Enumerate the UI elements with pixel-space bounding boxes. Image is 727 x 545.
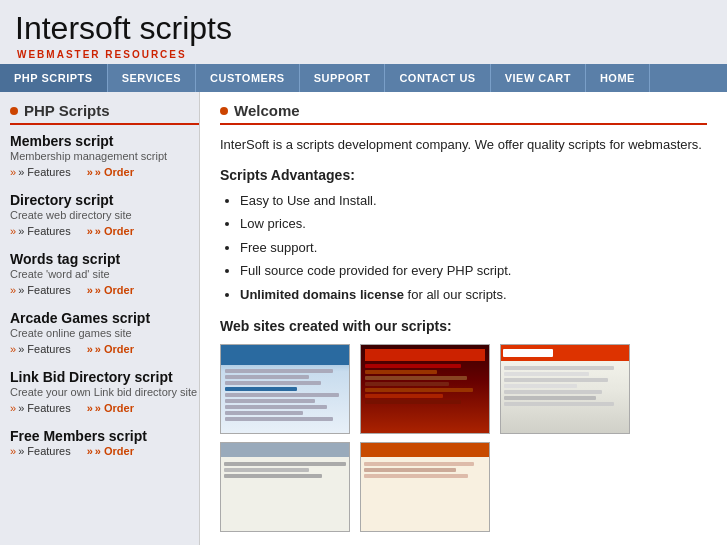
nav-item-contact-us[interactable]: CONTACT US <box>385 64 490 92</box>
advantages-list: Easy to Use and Install.Low prices.Free … <box>220 191 707 305</box>
script-links: » Features » Order <box>10 343 199 355</box>
thumbnails-row-2 <box>220 442 707 532</box>
order-link[interactable]: » Order <box>87 166 134 178</box>
thumb-5 <box>360 442 490 532</box>
features-link[interactable]: » Features <box>10 402 71 414</box>
order-link[interactable]: » Order <box>87 445 134 457</box>
site-title: Intersoft scripts <box>15 10 712 47</box>
features-link[interactable]: » Features <box>10 445 71 457</box>
script-item: Directory script Create web directory si… <box>10 192 199 237</box>
advantage-item: Easy to Use and Install. <box>240 191 707 211</box>
nav-item-customers[interactable]: CUSTOMERS <box>196 64 300 92</box>
script-desc: Create your own Link bid directory site <box>10 386 199 398</box>
intro-content: InterSoft is a scripts development compa… <box>220 137 702 152</box>
advantage-item: Unlimited domains license for all our sc… <box>240 285 707 305</box>
order-link[interactable]: » Order <box>87 343 134 355</box>
advantage-item: Full source code provided for every PHP … <box>240 261 707 281</box>
advantages-heading: Scripts Advantages: <box>220 167 707 183</box>
advantage-item: Low prices. <box>240 214 707 234</box>
script-links: » Features » Order <box>10 284 199 296</box>
thumb-3 <box>500 344 630 434</box>
navbar: PHP SCRIPTSSERVICESCUSTOMERSSUPPORTCONTA… <box>0 64 727 92</box>
nav-item-php-scripts[interactable]: PHP SCRIPTS <box>0 64 108 92</box>
script-item: Link Bid Directory script Create your ow… <box>10 369 199 414</box>
script-item: Free Members script » Features » Order <box>10 428 199 457</box>
thumb-4 <box>220 442 350 532</box>
thumbnails-row <box>220 344 707 434</box>
script-desc: Membership management script <box>10 150 199 162</box>
tagline: WEBMASTER RESOURCES <box>17 49 712 60</box>
script-name: Directory script <box>10 192 199 208</box>
script-links: » Features » Order <box>10 225 199 237</box>
script-links: » Features » Order <box>10 402 199 414</box>
script-desc: Create 'word ad' site <box>10 268 199 280</box>
nav-item-support[interactable]: SUPPORT <box>300 64 386 92</box>
script-links: » Features » Order <box>10 445 199 457</box>
features-link[interactable]: » Features <box>10 284 71 296</box>
intro-text: InterSoft is a scripts development compa… <box>220 135 707 155</box>
main-layout: PHP Scripts Members script Membership ma… <box>0 92 727 545</box>
welcome-dot <box>220 107 228 115</box>
advantage-item: Free support. <box>240 238 707 258</box>
scripts-list: Members script Membership management scr… <box>10 133 199 457</box>
websites-heading: Web sites created with our scripts: <box>220 318 707 334</box>
order-link[interactable]: » Order <box>87 284 134 296</box>
features-link[interactable]: » Features <box>10 166 71 178</box>
script-item: Arcade Games script Create online games … <box>10 310 199 355</box>
thumb-1 <box>220 344 350 434</box>
header: Intersoft scripts WEBMASTER RESOURCES <box>0 0 727 64</box>
script-name: Arcade Games script <box>10 310 199 326</box>
script-item: Members script Membership management scr… <box>10 133 199 178</box>
order-link[interactable]: » Order <box>87 402 134 414</box>
order-link[interactable]: » Order <box>87 225 134 237</box>
script-links: » Features » Order <box>10 166 199 178</box>
script-name: Members script <box>10 133 199 149</box>
script-name: Words tag script <box>10 251 199 267</box>
script-name: Link Bid Directory script <box>10 369 199 385</box>
sidebar: PHP Scripts Members script Membership ma… <box>0 92 200 545</box>
features-link[interactable]: » Features <box>10 343 71 355</box>
nav-item-home[interactable]: HOME <box>586 64 650 92</box>
sidebar-title: PHP Scripts <box>10 102 199 125</box>
welcome-title: Welcome <box>220 102 707 125</box>
script-desc: Create web directory site <box>10 209 199 221</box>
content-area: Welcome InterSoft is a scripts developme… <box>200 92 727 545</box>
nav-item-services[interactable]: SERVICES <box>108 64 196 92</box>
script-item: Words tag script Create 'word ad' site »… <box>10 251 199 296</box>
thumb-2 <box>360 344 490 434</box>
script-name: Free Members script <box>10 428 199 444</box>
sidebar-dot <box>10 107 18 115</box>
script-desc: Create online games site <box>10 327 199 339</box>
nav-item-view-cart[interactable]: VIEW CART <box>491 64 586 92</box>
features-link[interactable]: » Features <box>10 225 71 237</box>
